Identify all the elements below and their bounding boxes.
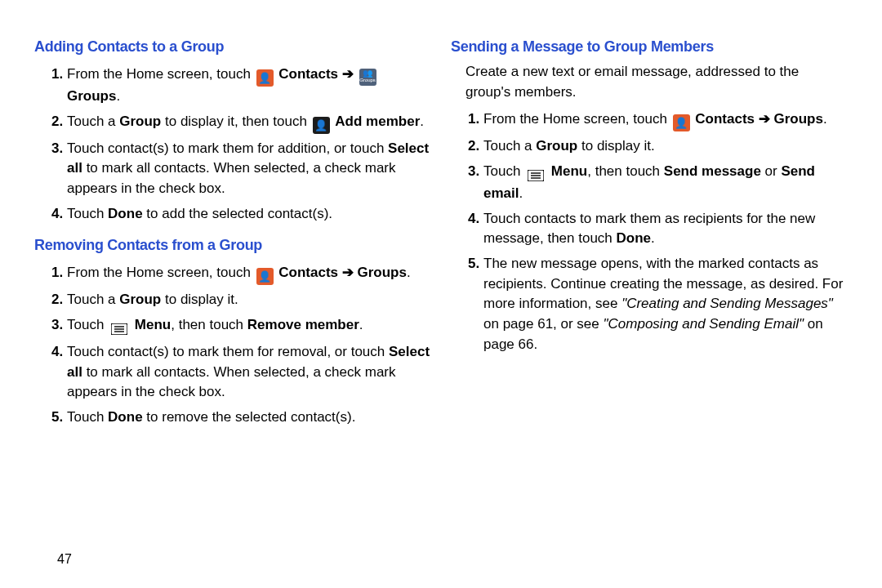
list-item: From the Home screen, touch Contacts ➔ G… — [483, 107, 848, 134]
list-item: The new message opens, with the marked c… — [483, 252, 848, 357]
removing-steps: From the Home screen, touch Contacts ➔ G… — [49, 261, 431, 430]
list-item: Touch a Group to display it. — [67, 287, 431, 313]
contact-icon — [256, 69, 274, 87]
menu-icon — [109, 320, 129, 337]
menu-icon — [526, 167, 546, 184]
list-item: Touch Menu, then touch Remove member. — [67, 313, 431, 340]
list-item: Touch Done to add the selected contact(s… — [67, 202, 431, 227]
heading-removing: Removing Contacts from a Group — [34, 234, 431, 256]
add-member-icon — [313, 117, 330, 134]
list-item: Touch a Group to display it, then touch … — [67, 109, 431, 136]
heading-sending: Sending a Message to Group Members — [451, 36, 848, 57]
page-number: 47 — [57, 550, 72, 568]
manual-page: Adding Contacts to a Group From the Home… — [0, 0, 882, 588]
list-item: Touch contacts to mark them as recipient… — [483, 207, 848, 252]
list-item: Touch contact(s) to mark them for additi… — [67, 136, 431, 202]
list-item: Touch contact(s) to mark them for remova… — [67, 340, 431, 405]
list-item: From the Home screen, touch Contacts ➔ G… — [67, 261, 431, 287]
groups-icon — [359, 69, 376, 86]
list-item: Touch a Group to display it. — [483, 134, 848, 159]
list-item: From the Home screen, touch Contacts Gro… — [67, 62, 431, 109]
right-column: Sending a Message to Group Members Creat… — [441, 33, 858, 580]
sending-lead: Create a new text or email message, addr… — [466, 62, 848, 102]
list-item: Touch Menu, then touch Send message or S… — [483, 159, 848, 207]
list-item: Touch Done to remove the selected contac… — [67, 405, 431, 430]
sending-steps: From the Home screen, touch Contacts ➔ G… — [466, 107, 848, 357]
heading-adding: Adding Contacts to a Group — [34, 36, 431, 57]
contact-icon — [256, 268, 274, 285]
adding-steps: From the Home screen, touch Contacts Gro… — [49, 62, 431, 226]
contact-icon — [673, 114, 690, 131]
left-column: Adding Contacts to a Group From the Home… — [24, 33, 441, 580]
arrow-icon — [338, 66, 357, 82]
